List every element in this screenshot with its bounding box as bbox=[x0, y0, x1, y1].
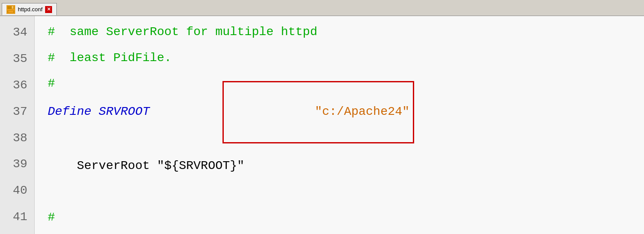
code-highlight-box: "c:/Apache24" bbox=[150, 62, 414, 163]
tab-bar: httpd.conf ✕ bbox=[0, 0, 644, 16]
line-number-34: 34 bbox=[0, 20, 34, 46]
line-number-35: 35 bbox=[0, 46, 34, 72]
svg-rect-2 bbox=[12, 6, 13, 9]
code-text-36: # bbox=[48, 74, 55, 94]
code-line-37: Define SRVROOT "c:/Apache24" bbox=[48, 97, 644, 128]
svg-rect-4 bbox=[8, 11, 13, 13]
code-content: # same ServerRoot for multiple httpd # l… bbox=[35, 16, 644, 234]
main-window: httpd.conf ✕ 34 35 36 37 38 39 40 41 # s… bbox=[0, 0, 644, 234]
code-text-41: # bbox=[48, 208, 55, 228]
line-number-37: 37 bbox=[0, 99, 34, 125]
line-numbers: 34 35 36 37 38 39 40 41 bbox=[0, 16, 35, 234]
line-number-39: 39 bbox=[0, 151, 34, 178]
line-number-36: 36 bbox=[0, 72, 34, 99]
tab-close-button[interactable]: ✕ bbox=[45, 6, 52, 13]
tab-httpd-conf[interactable]: httpd.conf ✕ bbox=[2, 3, 57, 15]
line-number-40: 40 bbox=[0, 178, 34, 204]
code-line-34: # same ServerRoot for multiple httpd bbox=[48, 20, 644, 45]
line-number-38: 38 bbox=[0, 125, 34, 152]
code-line-40 bbox=[48, 179, 644, 205]
code-line-41: # bbox=[48, 205, 644, 231]
code-define-keyword: Define SRVROOT bbox=[48, 102, 150, 122]
code-text-40 bbox=[48, 182, 55, 202]
code-text-38 bbox=[48, 131, 55, 150]
line-number-41: 41 bbox=[0, 204, 34, 231]
code-text-34: # same ServerRoot for multiple httpd bbox=[48, 23, 317, 42]
code-string-value: "c:/Apache24" bbox=[315, 105, 409, 118]
tab-title: httpd.conf bbox=[18, 6, 42, 13]
editor-area: 34 35 36 37 38 39 40 41 # same ServerRoo… bbox=[0, 16, 644, 234]
floppy-disk-icon bbox=[7, 5, 15, 14]
